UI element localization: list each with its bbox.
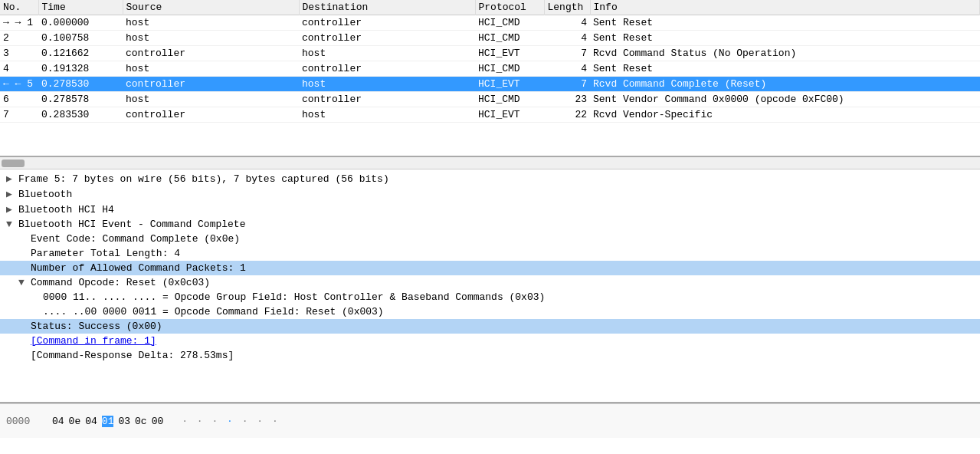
detail-text-cmd-opcode: Command Opcode: Reset (0x0c03) (31, 277, 210, 288)
col-header-no[interactable]: No. (0, 0, 38, 15)
cell-destination: controller (299, 31, 475, 46)
cell-time: 0.000000 (38, 15, 123, 31)
detail-item-opcode-cmd[interactable]: .... ..00 0000 0011 = Opcode Command Fie… (0, 304, 980, 319)
cell-no: 2 (0, 31, 38, 46)
cell-no: 3 (0, 46, 38, 61)
cell-protocol: HCI_CMD (475, 31, 544, 46)
cell-source: controller (123, 77, 299, 92)
table-row[interactable]: → 10.000000hostcontrollerHCI_CMD4Sent Re… (0, 15, 980, 31)
detail-text-status: Status: Success (0x00) (31, 321, 162, 332)
cell-info: Sent Reset (590, 31, 980, 46)
detail-text-bt-hci-h4: Bluetooth HCI H4 (18, 204, 114, 215)
cell-destination: controller (299, 92, 475, 107)
bytes-ascii: · · · · · · · (182, 416, 279, 427)
detail-text-bt-hci-event: Bluetooth HCI Event - Command Complete (18, 219, 245, 230)
table-row[interactable]: 20.100758hostcontrollerHCI_CMD4Sent Rese… (0, 31, 980, 46)
cell-no: 4 (0, 61, 38, 77)
bytes-offset: 0000 (6, 416, 34, 427)
cell-destination: controller (299, 61, 475, 77)
detail-item-bt-hci-h4[interactable]: ▶ Bluetooth HCI H4 (0, 202, 980, 217)
detail-container: ▶ Frame 5: 7 bytes on wire (56 bits), 7 … (0, 171, 980, 363)
cell-no: ← 5 (0, 77, 38, 92)
expand-icon-bluetooth[interactable]: ▶ (6, 188, 18, 200)
detail-item-status[interactable]: Status: Success (0x00) (0, 319, 980, 334)
byte-3[interactable]: 01 (102, 416, 114, 427)
detail-link-cmd-in-frame[interactable]: [Command in frame: 1] (31, 335, 156, 347)
cell-info: Rcvd Command Status (No Operation) (590, 46, 980, 61)
table-row[interactable]: 70.283530controllerhostHCI_EVT22Rcvd Ven… (0, 107, 980, 123)
cell-length: 4 (544, 31, 590, 46)
detail-text-opcode-group: 0000 11.. .... .... = Opcode Group Field… (43, 291, 545, 303)
detail-item-bluetooth[interactable]: ▶ Bluetooth (0, 186, 980, 202)
detail-item-bt-hci-event[interactable]: ▼ Bluetooth HCI Event - Command Complete (0, 217, 980, 232)
table-row[interactable]: 60.278578hostcontrollerHCI_CMD23Sent Ven… (0, 92, 980, 107)
cell-length: 7 (544, 77, 590, 92)
detail-item-cmd-opcode[interactable]: ▼ Command Opcode: Reset (0x0c03) (0, 275, 980, 290)
detail-item-frame[interactable]: ▶ Frame 5: 7 bytes on wire (56 bits), 7 … (0, 171, 980, 186)
cell-destination: host (299, 46, 475, 61)
expand-icon-bt-hci-h4[interactable]: ▶ (6, 203, 18, 215)
detail-item-cmd-in-frame[interactable]: [Command in frame: 1] (0, 334, 980, 348)
byte-5[interactable]: 0c (135, 416, 147, 427)
col-header-destination[interactable]: Destination (299, 0, 475, 15)
expand-icon-bt-hci-event[interactable]: ▼ (6, 219, 18, 230)
byte-1[interactable]: 0e (69, 416, 81, 427)
byte-0[interactable]: 04 (52, 416, 64, 427)
cell-time: 0.121662 (38, 46, 123, 61)
detail-text-frame: Frame 5: 7 bytes on wire (56 bits), 7 by… (18, 173, 389, 185)
cell-length: 7 (544, 46, 590, 61)
detail-item-cmd-response-delta[interactable]: [Command-Response Delta: 278.53ms] (0, 348, 980, 363)
cell-length: 22 (544, 107, 590, 123)
packet-table: No. Time Source Destination Protocol Len… (0, 0, 980, 123)
cell-length: 4 (544, 61, 590, 77)
cell-no: → 1 (0, 15, 38, 31)
byte-2[interactable]: 04 (85, 416, 97, 427)
byte-4[interactable]: 03 (118, 416, 130, 427)
bytes-section: 0000 040e0401030c00 · · · · · · · (0, 403, 980, 438)
cell-info: Sent Vendor Command 0x0000 (opcode 0xFC0… (590, 92, 980, 107)
packet-tbody: → 10.000000hostcontrollerHCI_CMD4Sent Re… (0, 15, 980, 123)
cell-info: Sent Reset (590, 15, 980, 31)
cell-source: controller (123, 46, 299, 61)
scrollbar-thumb[interactable] (2, 160, 25, 167)
detail-text-event-code: Event Code: Command Complete (0x0e) (31, 233, 240, 245)
detail-text-num-allowed: Number of Allowed Command Packets: 1 (31, 262, 246, 274)
col-header-info[interactable]: Info (590, 0, 980, 15)
cell-time: 0.191328 (38, 61, 123, 77)
cell-protocol: HCI_EVT (475, 107, 544, 123)
detail-section[interactable]: ▶ Frame 5: 7 bytes on wire (56 bits), 7 … (0, 169, 980, 403)
byte-6[interactable]: 00 (152, 416, 164, 427)
table-row[interactable]: 30.121662controllerhostHCI_EVT7Rcvd Comm… (0, 46, 980, 61)
col-header-time[interactable]: Time (38, 0, 123, 15)
table-row[interactable]: 40.191328hostcontrollerHCI_CMD4Sent Rese… (0, 61, 980, 77)
detail-item-num-allowed[interactable]: Number of Allowed Command Packets: 1 (0, 261, 980, 275)
table-row[interactable]: ← 50.278530controllerhostHCI_EVT7Rcvd Co… (0, 77, 980, 92)
detail-item-opcode-group[interactable]: 0000 11.. .... .... = Opcode Group Field… (0, 290, 980, 304)
detail-text-bluetooth: Bluetooth (18, 189, 72, 200)
detail-item-param-len[interactable]: Parameter Total Length: 4 (0, 246, 980, 261)
cell-protocol: HCI_CMD (475, 61, 544, 77)
expand-icon-frame[interactable]: ▶ (6, 173, 18, 185)
cell-time: 0.283530 (38, 107, 123, 123)
cell-destination: host (299, 107, 475, 123)
cell-protocol: HCI_EVT (475, 77, 544, 92)
cell-info: Sent Reset (590, 61, 980, 77)
detail-item-event-code[interactable]: Event Code: Command Complete (0x0e) (0, 232, 980, 246)
table-header: No. Time Source Destination Protocol Len… (0, 0, 980, 15)
expand-icon-cmd-opcode[interactable]: ▼ (18, 277, 31, 288)
cell-destination: controller (299, 15, 475, 31)
packet-list-section[interactable]: No. Time Source Destination Protocol Len… (0, 0, 980, 157)
bytes-hex: 040e0401030c00 (52, 416, 163, 427)
col-header-protocol[interactable]: Protocol (475, 0, 544, 15)
col-header-source[interactable]: Source (123, 0, 299, 15)
col-header-length[interactable]: Length (544, 0, 590, 15)
horizontal-scrollbar[interactable] (0, 157, 980, 169)
cell-source: host (123, 15, 299, 31)
cell-info: Rcvd Command Complete (Reset) (590, 77, 980, 92)
cell-time: 0.278530 (38, 77, 123, 92)
cell-destination: host (299, 77, 475, 92)
detail-text-cmd-response-delta: [Command-Response Delta: 278.53ms] (31, 350, 234, 361)
cell-source: host (123, 92, 299, 107)
cell-no: 7 (0, 107, 38, 123)
cell-time: 0.100758 (38, 31, 123, 46)
